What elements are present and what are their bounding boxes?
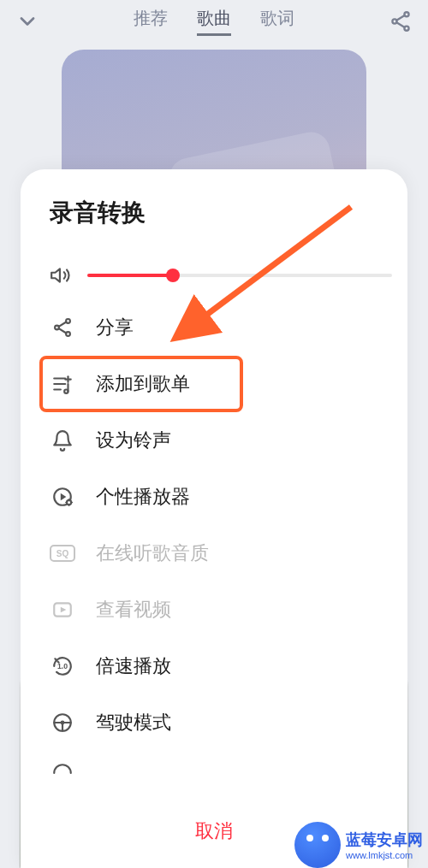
more-icon [50, 762, 75, 784]
play-gear-icon [50, 486, 75, 508]
overlay: 录音转换 分享 [0, 0, 428, 868]
menu-share-label: 分享 [96, 315, 134, 340]
volume-row [50, 251, 392, 299]
watermark-logo-icon [294, 822, 341, 868]
speed-icon: 1.0 [50, 655, 75, 677]
share-icon [50, 316, 75, 339]
bell-icon [50, 429, 75, 452]
menu-custom-player[interactable]: 个性播放器 [50, 469, 392, 525]
menu-add-to-playlist[interactable]: 添加到歌单 [39, 356, 243, 412]
svg-line-9 [59, 322, 67, 327]
menu-online-quality-label: 在线听歌音质 [96, 540, 209, 566]
menu-share[interactable]: 分享 [50, 299, 392, 356]
menu-playback-speed[interactable]: 1.0 倍速播放 [50, 638, 392, 694]
volume-icon [50, 264, 72, 286]
menu-custom-player-label: 个性播放器 [96, 484, 190, 510]
playlist-add-icon [50, 373, 75, 395]
menu-view-video: 查看视频 [50, 582, 392, 638]
menu-set-ringtone[interactable]: 设为铃声 [50, 412, 392, 469]
menu-driving-mode[interactable]: 驾驶模式 [50, 694, 392, 751]
svg-marker-5 [51, 269, 60, 281]
svg-point-14 [64, 390, 68, 393]
menu-playback-speed-label: 倍速播放 [96, 653, 171, 679]
sheet-body: 分享 添加到歌单 设为铃声 个性播放器 [21, 251, 407, 803]
sheet-title: 录音转换 [21, 169, 407, 251]
watermark-title: 蓝莓安卓网 [346, 830, 423, 850]
menu-view-video-label: 查看视频 [96, 597, 171, 623]
menu-add-to-playlist-label: 添加到歌单 [96, 371, 190, 397]
menu-online-quality: SQ 在线听歌音质 [50, 525, 392, 582]
svg-text:1.0: 1.0 [57, 662, 68, 670]
menu-set-ringtone-label: 设为铃声 [96, 428, 171, 453]
svg-marker-18 [61, 493, 67, 501]
sq-icon: SQ [50, 545, 75, 562]
action-sheet: 录音转换 分享 [21, 169, 407, 868]
svg-line-10 [59, 328, 67, 333]
watermark-url: www.lmkjst.com [346, 850, 413, 860]
svg-text:SQ: SQ [56, 549, 69, 558]
svg-marker-23 [61, 607, 67, 613]
menu-driving-mode-label: 驾驶模式 [96, 710, 171, 735]
steering-icon [50, 712, 75, 734]
play-rect-icon [50, 599, 75, 621]
menu-more[interactable] [50, 751, 392, 795]
volume-slider[interactable] [87, 274, 392, 277]
watermark: 蓝莓安卓网 www.lmkjst.com [294, 822, 423, 868]
